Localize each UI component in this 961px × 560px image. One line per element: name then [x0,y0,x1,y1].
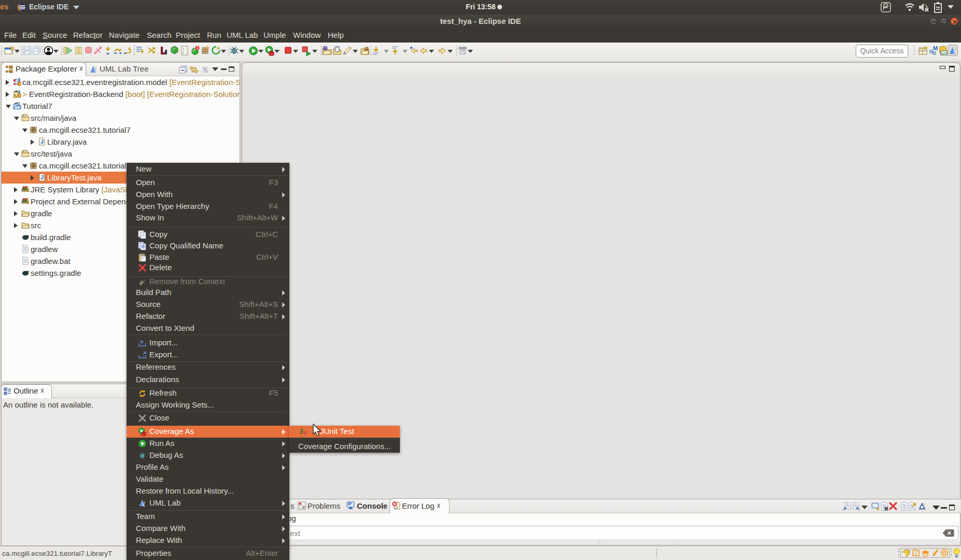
svg-text:J: J [40,174,44,180]
svg-text:J: J [18,90,20,94]
svg-text:J: J [40,138,44,145]
svg-text:1: 1 [197,46,199,50]
svg-text:J: J [17,102,20,106]
svg-text:J: J [299,427,303,436]
svg-text:GIT: GIT [941,52,946,55]
svg-text:u: u [303,429,307,435]
svg-text:J: J [18,78,20,82]
svg-text:M: M [933,46,938,51]
